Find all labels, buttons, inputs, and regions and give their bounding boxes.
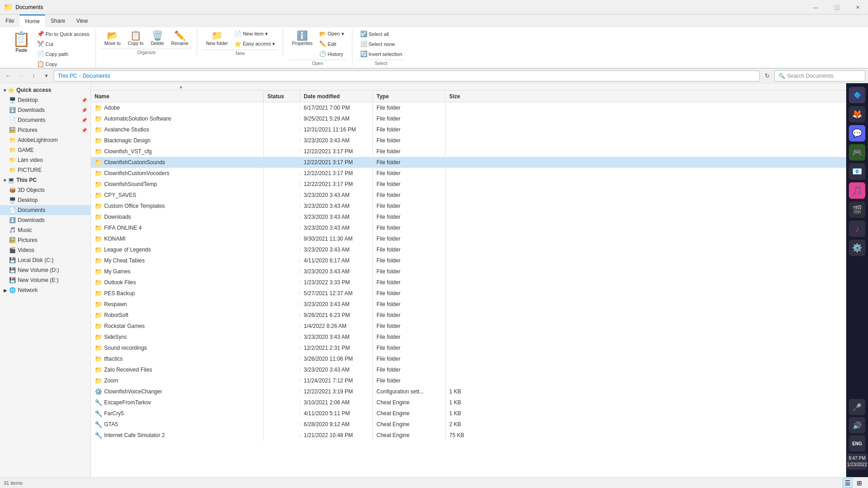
sidebar-item-new-volume-e[interactable]: 💾 New Volume (E:) xyxy=(0,275,90,285)
table-row[interactable]: 📁 League of Legends 3/23/2020 3:43 AM Fi… xyxy=(91,244,846,255)
move-to-button[interactable]: 📂 Move to xyxy=(101,29,124,48)
rp-icon-3[interactable]: 🎮 xyxy=(849,144,865,161)
edit-button[interactable]: ✏️ Edit xyxy=(317,39,346,49)
table-row[interactable]: 📁 ClownfishCustomSounds 12/22/2021 3:17 … xyxy=(91,157,846,168)
rp-lang[interactable]: ENG xyxy=(849,435,865,452)
rp-icon-5[interactable]: 🎵 xyxy=(849,182,865,199)
rp-icon-4[interactable]: 📧 xyxy=(849,163,865,180)
table-row[interactable]: 📁 My Games 3/23/2020 3:43 AM File folder xyxy=(91,266,846,277)
copy-path-button[interactable]: 📄 Copy path xyxy=(35,49,92,59)
sidebar-item-music[interactable]: 🎵 Music xyxy=(0,225,90,235)
rp-icon-1[interactable]: 🦊 xyxy=(849,106,865,122)
rename-button[interactable]: ✏️ Rename xyxy=(168,29,192,48)
sidebar-item-adobelightroom[interactable]: 📁 AdobeLightroom xyxy=(0,135,90,145)
new-item-button[interactable]: 📄 New item ▾ xyxy=(232,29,277,39)
new-folder-button[interactable]: 📁 New folder xyxy=(203,29,231,48)
search-box[interactable]: 🔍 Search Documents xyxy=(774,70,865,81)
col-header-status[interactable]: Status xyxy=(264,91,300,101)
rp-icon-6[interactable]: 🎬 xyxy=(849,201,865,218)
col-header-name[interactable]: Name xyxy=(91,91,264,101)
history-button[interactable]: 🕐 History xyxy=(317,49,346,59)
table-row[interactable]: 🔧 GTA5 6/28/2020 9:12 AM Cheat Engine 2 … xyxy=(91,419,846,430)
close-button[interactable]: ✕ xyxy=(847,0,868,15)
refresh-button[interactable]: ↻ xyxy=(762,70,773,81)
breadcrumb-documents[interactable]: Documents xyxy=(83,73,110,79)
col-header-date[interactable]: Date modified xyxy=(300,91,373,101)
table-row[interactable]: ⚙️ ClownfishVoiceChanger 12/22/2021 3:19… xyxy=(91,386,846,397)
properties-button[interactable]: ℹ️ Properties xyxy=(289,29,316,48)
table-row[interactable]: 📁 Zalo Received Files 3/23/2020 3:43 AM … xyxy=(91,364,846,375)
sidebar-item-local-disk-c[interactable]: 💾 Local Disk (C:) xyxy=(0,255,90,265)
rp-icon-2[interactable]: 💬 xyxy=(849,125,865,141)
invert-selection-button[interactable]: 🔄 Invert selection xyxy=(358,49,405,59)
sidebar-item-network[interactable]: ▶ 🌐 Network xyxy=(0,285,90,295)
table-row[interactable]: 📁 Sound recordings 12/2/2021 2:31 PM Fil… xyxy=(91,342,846,353)
table-row[interactable]: 🔧 Internet Cafe Simulator 2 1/21/2022 10… xyxy=(91,430,846,441)
forward-button[interactable]: → xyxy=(15,70,26,81)
table-row[interactable]: 📁 Zoom 11/24/2021 7:12 PM File folder xyxy=(91,375,846,386)
details-view-button[interactable]: ☰ xyxy=(843,478,853,488)
table-row[interactable]: 📁 SideSync 3/23/2020 3:43 AM File folder xyxy=(91,332,846,342)
table-row[interactable]: 📁 tftactics 3/26/2020 11:06 PM File fold… xyxy=(91,353,846,364)
rp-icon-8[interactable]: ⚙️ xyxy=(849,240,865,256)
pin-to-quick-access-button[interactable]: 📌 Pin to Quick access xyxy=(35,29,92,39)
copy-button[interactable]: 📋 Copy xyxy=(35,59,92,69)
delete-button[interactable]: 🗑️ Delete xyxy=(148,29,167,48)
table-row[interactable]: 📁 Clownfish_VST_cfg 12/22/2021 3:17 PM F… xyxy=(91,146,846,157)
col-header-size[interactable]: Size xyxy=(446,91,482,101)
table-row[interactable]: 📁 CPY_SAVES 3/23/2020 3:43 AM File folde… xyxy=(91,190,846,201)
table-row[interactable]: 📁 Downloads 3/23/2020 3:43 AM File folde… xyxy=(91,211,846,222)
table-row[interactable]: 📁 ClownfishSoundTemp 12/22/2021 3:17 PM … xyxy=(91,179,846,190)
table-row[interactable]: 📁 Outlook Files 1/23/2022 3:33 PM File f… xyxy=(91,277,846,288)
select-all-button[interactable]: ☑️ Select all xyxy=(358,29,405,39)
table-row[interactable]: 📁 ClownfishCustomVocoders 12/22/2021 3:1… xyxy=(91,168,846,179)
sidebar-item-desktop2[interactable]: 🖥️ Desktop xyxy=(0,195,90,205)
table-row[interactable]: 📁 FIFA ONLINE 4 3/23/2020 3:43 AM File f… xyxy=(91,222,846,233)
sidebar-item-pictures[interactable]: 🖼️ Pictures 📌 xyxy=(0,125,90,135)
select-none-button[interactable]: ⬜ Select none xyxy=(358,39,405,49)
sidebar-item-new-volume-d[interactable]: 💾 New Volume (D:) xyxy=(0,265,90,275)
recent-locations-button[interactable]: ▼ xyxy=(41,70,52,81)
col-header-type[interactable]: Type xyxy=(373,91,446,101)
breadcrumb-this-pc[interactable]: This PC xyxy=(58,73,77,79)
sidebar-item-downloads[interactable]: ⬇️ Downloads 📌 xyxy=(0,105,90,115)
table-row[interactable]: 📁 My Cheat Tables 4/11/2020 6:17 AM File… xyxy=(91,255,846,266)
table-row[interactable]: 📁 RobotSoft 9/26/2021 6:23 PM File folde… xyxy=(91,310,846,321)
tab-file[interactable]: File xyxy=(0,15,20,27)
tab-home[interactable]: Home xyxy=(20,15,45,27)
rp-microphone[interactable]: 🎤 xyxy=(849,399,865,415)
rp-volume[interactable]: 🔊 xyxy=(849,417,865,433)
restore-button[interactable]: ⬜ xyxy=(826,0,847,15)
sidebar-item-3d-objects[interactable]: 📦 3D Objects xyxy=(0,185,90,195)
sidebar-item-documents2[interactable]: 📄 Documents xyxy=(0,205,90,215)
table-row[interactable]: 📁 Adobe 6/17/2021 7:00 PM File folder xyxy=(91,102,846,113)
tab-share[interactable]: Share xyxy=(45,15,70,27)
table-row[interactable]: 📁 Avalanche Studios 12/31/2021 11:16 PM … xyxy=(91,124,846,135)
minimize-button[interactable]: — xyxy=(805,0,826,15)
sidebar-item-this-pc[interactable]: ▾ 💻 This PC xyxy=(0,175,90,185)
table-row[interactable]: 🔧 EscapeFromTarkov 3/10/2021 2:06 AM Che… xyxy=(91,397,846,408)
sidebar-item-pictures2[interactable]: 🖼️ Pictures xyxy=(0,235,90,245)
cut-button[interactable]: ✂️ Cut xyxy=(35,39,92,49)
table-row[interactable]: 📁 KONAMI 9/30/2021 11:30 AM File folder xyxy=(91,233,846,244)
table-row[interactable]: 📁 Rockstar Games 1/4/2022 8:26 AM File f… xyxy=(91,321,846,332)
table-row[interactable]: 📁 Blackmagic Design 3/23/2020 3:43 AM Fi… xyxy=(91,135,846,146)
sidebar-item-documents[interactable]: 📄 Documents 📌 xyxy=(0,115,90,125)
rp-icon-7[interactable]: ♪ xyxy=(849,221,865,237)
sidebar-item-quick-access[interactable]: ▾ ⭐ Quick access xyxy=(0,85,90,95)
copy-to-button[interactable]: 📋 Copy to xyxy=(125,29,146,48)
address-path[interactable]: This PC › Documents xyxy=(54,70,760,81)
easy-access-button[interactable]: ⭐ Easy access ▾ xyxy=(232,39,277,49)
tab-view[interactable]: View xyxy=(70,15,93,27)
rp-icon-0[interactable]: 🔷 xyxy=(849,87,865,103)
sidebar-item-desktop[interactable]: 🖥️ Desktop 📌 xyxy=(0,95,90,105)
table-row[interactable]: 📁 AutomaticSolution Software 9/25/2021 5… xyxy=(91,113,846,124)
up-button[interactable]: ↑ xyxy=(28,70,39,81)
table-row[interactable]: 🔧 FarCry5 4/11/2020 5:11 PM Cheat Engine… xyxy=(91,408,846,419)
sidebar-item-lam-video[interactable]: 📁 Làm video xyxy=(0,155,90,165)
table-row[interactable]: 📁 PES Backup 5/27/2021 12:37 AM File fol… xyxy=(91,288,846,299)
table-row[interactable]: 📁 Respawn 3/23/2020 3:43 AM File folder xyxy=(91,299,846,310)
large-icons-view-button[interactable]: ⊞ xyxy=(854,478,864,488)
sidebar-item-picture[interactable]: 📁 PICTURE xyxy=(0,165,90,175)
table-row[interactable]: 📁 Custom Office Templates 3/23/2020 3:43… xyxy=(91,201,846,211)
